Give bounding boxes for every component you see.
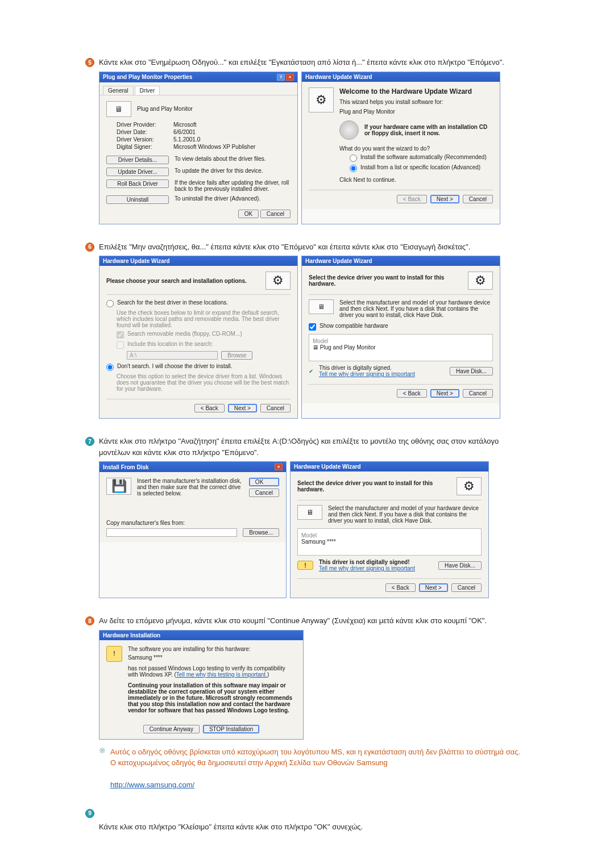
model-item[interactable]: 🖥 Plug and Play Monitor (313, 344, 489, 350)
monitor-icon: 🖥 (297, 505, 322, 520)
warning-icon: ! (106, 646, 122, 662)
cancel-button[interactable]: Cancel (260, 210, 291, 218)
cd-icon (339, 120, 359, 140)
step-8-bullet: 8 (85, 616, 94, 625)
radio-search[interactable] (106, 300, 114, 307)
wizard-select-dialog: Hardware Update Wizard Select the device… (301, 256, 500, 419)
tab-general[interactable]: General (103, 86, 134, 95)
signed-icon: ✔ (309, 368, 313, 374)
signing-link[interactable]: Tell me why driver signing is important (319, 565, 415, 571)
wizard-icon: ⚙ (468, 272, 493, 290)
step-6-bullet: 6 (85, 243, 94, 252)
cancel-button[interactable]: Cancel (451, 583, 482, 592)
wizard-icon: ⚙ (309, 87, 334, 112)
properties-title: Plug and Play Monitor Properties (103, 74, 192, 80)
ok-button[interactable]: OK (238, 210, 259, 218)
radio-auto[interactable] (350, 155, 357, 162)
cancel-button[interactable]: Cancel (463, 195, 493, 203)
next-button[interactable]: Next > (430, 389, 459, 398)
signing-link[interactable]: Tell me why driver signing is important (319, 371, 415, 377)
next-button[interactable]: Next > (228, 404, 257, 412)
step-5-bullet: 5 (85, 58, 94, 67)
back-button[interactable]: < Back (194, 404, 225, 412)
check-location (117, 341, 124, 349)
help-icon[interactable]: ? (277, 74, 285, 81)
step-6-text: Επιλέξτε "Μην αναζητήσεις, θα..." έπειτα… (99, 241, 470, 253)
path-input (127, 351, 218, 360)
wizard-welcome-title: Hardware Update Wizard (305, 74, 372, 80)
step-7-bullet: 7 (85, 437, 94, 446)
check-removable (117, 331, 124, 339)
browse-button: Browse (221, 351, 252, 360)
wizard-icon: ⚙ (457, 477, 482, 495)
next-button[interactable]: Next > (419, 583, 448, 592)
back-button: < Back (397, 195, 427, 203)
driver-details-button[interactable]: Driver Details... (106, 156, 169, 164)
ok-button[interactable]: OK (249, 478, 279, 486)
note-asterisk-icon: ※ (99, 746, 106, 791)
radio-list[interactable] (350, 165, 357, 172)
monitor-icon: 🖥 (106, 101, 131, 117)
next-button[interactable]: Next > (430, 195, 459, 203)
cancel-button[interactable]: Cancel (260, 404, 291, 412)
step-9-bullet: 9 (85, 809, 94, 818)
disk-icon: 💾 (106, 478, 131, 495)
browse-button[interactable]: Browse... (243, 528, 279, 537)
wizard-search-dialog: Hardware Update Wizard Please choose you… (99, 256, 298, 419)
wizard-heading: Welcome to the Hardware Update Wizard (339, 87, 493, 95)
check-compatible[interactable] (309, 323, 316, 331)
radio-dont-search[interactable] (106, 364, 114, 371)
rollback-driver-button[interactable]: Roll Back Driver (106, 180, 169, 188)
note-line-1: Αυτός ο οδηγός οθόνης βρίσκεται υπό κατο… (110, 748, 520, 756)
step-8-text: Αν δείτε το επόμενο μήνυμα, κάντε κλικ σ… (99, 615, 487, 627)
back-button[interactable]: < Back (385, 583, 416, 592)
copy-path-input[interactable] (106, 528, 237, 537)
properties-dialog: Plug and Play Monitor Properties ? × Gen… (99, 72, 298, 224)
hardware-installation-dialog: Hardware Installation ! The software you… (99, 630, 304, 740)
have-disk-button[interactable]: Have Disk... (450, 367, 493, 375)
update-driver-button[interactable]: Update Driver... (106, 168, 169, 176)
back-button[interactable]: < Back (397, 389, 427, 398)
testing-link[interactable]: Tell me why this testing is important. (176, 671, 267, 678)
warning-icon: ! (297, 561, 313, 570)
note-line-2: Ο κατοχυρωμένος οδηγός θα δημοσιευτεί στ… (110, 758, 388, 767)
step-9-text: Κάντε κλικ στο πλήκτρο "Κλείσιμο" έπειτα… (99, 821, 529, 833)
model-item[interactable]: Samsung **** (301, 539, 478, 545)
have-disk-button[interactable]: Have Disk... (438, 561, 482, 570)
wizard-icon: ⚙ (265, 272, 291, 290)
close-icon[interactable]: × (275, 464, 283, 470)
wizard-select2-dialog: Hardware Update Wizard Select the device… (290, 461, 489, 598)
samsung-url-link[interactable]: http://www.samsung.com/ (110, 781, 194, 789)
device-name: Plug and Play Monitor (137, 106, 193, 112)
stop-installation-button[interactable]: STOP Installation (203, 725, 259, 733)
cancel-button[interactable]: Cancel (463, 389, 493, 398)
continue-anyway-button[interactable]: Continue Anyway (143, 725, 200, 733)
install-from-disk-dialog: Install From Disk × 💾 Insert the manufac… (99, 461, 287, 598)
monitor-icon: 🖥 (309, 299, 334, 314)
step-5-text: Κάντε κλικ στο "Ενημέρωση Οδηγού..." και… (99, 57, 504, 68)
close-icon[interactable]: × (286, 74, 294, 81)
step-7-text: Κάντε κλικ στο πλήκτρο "Αναζήτηση" έπειτ… (99, 436, 529, 458)
tab-driver[interactable]: Driver (135, 86, 160, 95)
cancel-button[interactable]: Cancel (249, 489, 279, 497)
uninstall-button[interactable]: Uninstall (106, 195, 169, 204)
wizard-welcome-dialog: Hardware Update Wizard ⚙ Welcome to the … (301, 72, 500, 224)
